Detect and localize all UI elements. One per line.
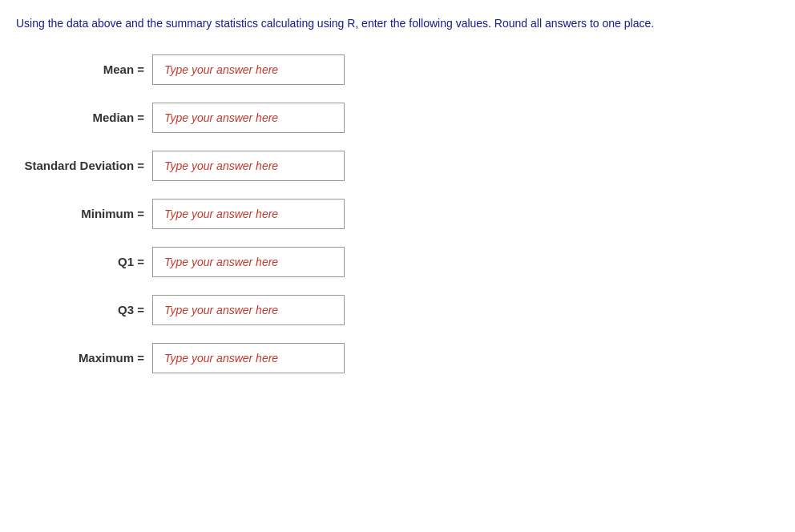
label-q3: Q3 =: [16, 303, 144, 316]
label-mean: Mean =: [16, 62, 144, 76]
field-row-minimum: Minimum =: [16, 199, 779, 229]
field-row-maximum: Maximum =: [16, 343, 779, 373]
field-row-std-dev: Standard Deviation =: [16, 151, 779, 181]
label-std-dev: Standard Deviation =: [16, 159, 144, 172]
field-row-q3: Q3 =: [16, 295, 779, 325]
input-median[interactable]: [152, 103, 345, 133]
input-q1[interactable]: [152, 247, 345, 277]
input-q3[interactable]: [152, 295, 345, 325]
label-minimum: Minimum =: [16, 207, 144, 220]
instructions-text: Using the data above and the summary sta…: [16, 16, 779, 32]
input-mean[interactable]: [152, 54, 345, 85]
input-std-dev[interactable]: [152, 151, 345, 181]
label-q1: Q1 =: [16, 255, 144, 268]
input-minimum[interactable]: [152, 199, 345, 229]
input-maximum[interactable]: [152, 343, 345, 373]
field-row-median: Median =: [16, 103, 779, 133]
field-row-mean: Mean =: [16, 54, 779, 85]
label-maximum: Maximum =: [16, 351, 144, 365]
field-row-q1: Q1 =: [16, 247, 779, 277]
label-median: Median =: [16, 111, 144, 124]
